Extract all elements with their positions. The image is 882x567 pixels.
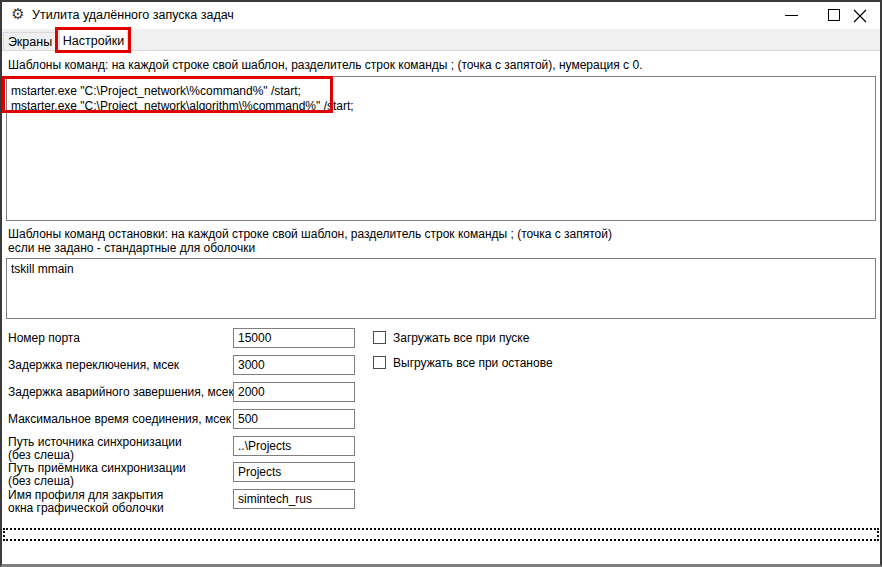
tab-page-border [2, 50, 880, 51]
stop-templates-label-line2: если не задано - стандартные для оболочк… [8, 241, 612, 255]
unload-all-checkbox-label: Выгружать все при останове [393, 356, 553, 370]
sync-dest-path-label: Путь приёмника синхронизации (без слеша) [8, 462, 186, 488]
sync-dest-path-input[interactable] [233, 462, 355, 482]
window-title: Утилита удалённого запуска задач [32, 8, 234, 22]
stop-templates-textarea[interactable]: tskill mmain [6, 258, 876, 319]
maximize-icon [828, 9, 840, 21]
tab-nastroyki[interactable]: Настройки [59, 29, 128, 51]
port-number-input[interactable] [233, 328, 355, 348]
profile-name-input[interactable] [233, 489, 355, 509]
port-number-label: Номер порта [8, 328, 80, 348]
sync-source-path-label: Путь источника синхронизации (без слеша) [8, 436, 182, 462]
command-templates-textarea[interactable]: mstarter.exe "C:\Project_network\%comman… [6, 76, 876, 221]
app-window: Утилита удалённого запуска задач Экраны … [0, 0, 882, 567]
tab-ekrany[interactable]: Экраны [3, 32, 57, 51]
profile-name-label-line2: окна графической оболочки [8, 502, 164, 515]
switch-delay-label: Задержка переключения, мсек [8, 355, 179, 375]
close-icon [853, 9, 867, 23]
max-connection-time-input[interactable] [233, 409, 355, 429]
bottom-progress-bar [3, 528, 879, 541]
stop-templates-label: Шаблоны команд остановки: на каждой стро… [8, 227, 612, 255]
max-connection-time-label: Максимальное время соединения, мсек [8, 409, 231, 429]
gear-icon [9, 5, 27, 23]
checkbox-icon[interactable] [373, 331, 386, 344]
unload-all-checkbox[interactable]: Выгружать все при останове [373, 356, 583, 371]
abort-delay-input[interactable] [233, 382, 355, 402]
load-all-checkbox-label: Загружать все при пуске [393, 331, 529, 345]
tab-bar [2, 29, 880, 51]
stop-templates-label-line1: Шаблоны команд остановки: на каждой стро… [8, 227, 612, 241]
minimize-button[interactable] [774, 2, 810, 29]
abort-delay-label: Задержка аварийного завершения, мсек [8, 382, 234, 402]
sync-dest-path-label-line2: (без слеша) [8, 475, 186, 488]
command-templates-label: Шаблоны команд: на каждой строке свой ша… [8, 58, 642, 72]
profile-name-label: Имя профиля для закрытия окна графическо… [8, 489, 164, 515]
title-bar[interactable]: Утилита удалённого запуска задач [2, 2, 880, 29]
checkbox-icon[interactable] [373, 356, 386, 369]
switch-delay-input[interactable] [233, 355, 355, 375]
close-button[interactable] [844, 2, 880, 29]
load-all-checkbox[interactable]: Загружать все при пуске [373, 331, 573, 346]
minimize-icon [785, 15, 798, 16]
sync-source-path-input[interactable] [233, 436, 355, 456]
